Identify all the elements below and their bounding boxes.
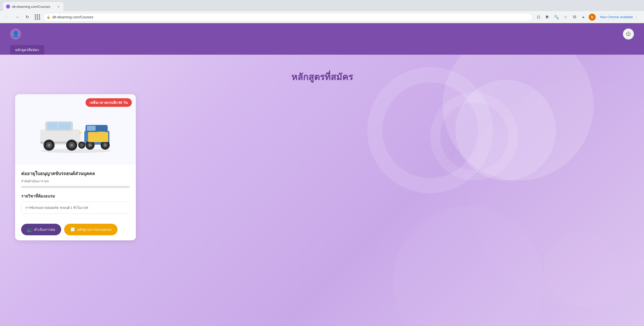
back-button[interactable]: ← bbox=[3, 13, 11, 21]
svg-point-23 bbox=[80, 143, 84, 147]
tab-favicon bbox=[6, 5, 10, 9]
user-icon: 👤 bbox=[12, 31, 19, 37]
svg-point-25 bbox=[40, 149, 111, 153]
toolbar-icons: ⊡ 🗣 🔍 ☆ M ▸ b New Chrome available ⋮ bbox=[534, 13, 641, 21]
course-progress-label: กำลังดำเนินการ 0/4 bbox=[21, 179, 130, 184]
page-title: หลักสูตรที่สมัคร bbox=[0, 70, 644, 84]
svg-rect-24 bbox=[88, 132, 108, 142]
standards-button[interactable]: 📃 หลักฐานการผ่านอบรม bbox=[64, 224, 117, 235]
address-bar[interactable]: 🔒 dlt-elearning.com/Courses bbox=[43, 13, 532, 21]
continue-label: ดำเนินการต่อ bbox=[34, 227, 55, 232]
svg-point-8 bbox=[48, 144, 50, 146]
apps-button[interactable] bbox=[33, 13, 41, 21]
svg-rect-2 bbox=[47, 122, 57, 129]
courses-grid: เหลือเวลาอบรมอีก 90 วัน bbox=[0, 94, 644, 240]
forward-button[interactable]: → bbox=[13, 13, 21, 21]
lock-icon: 🔒 bbox=[47, 15, 50, 19]
course-title: ต่ออายุใบอนุญาตขับรถยนต์ส่วนบุคคล bbox=[21, 170, 130, 177]
reload-button[interactable]: ↻ bbox=[23, 13, 31, 21]
active-tab[interactable]: dlt-elearning.com/Courses ✕ bbox=[3, 2, 63, 11]
course-card-image: เหลือเวลาอบรมอีก 90 วัน bbox=[15, 94, 136, 165]
profile-button[interactable]: b bbox=[589, 14, 596, 21]
svg-point-21 bbox=[104, 144, 106, 146]
standards-icon: 📃 bbox=[70, 227, 75, 232]
logout-button[interactable]: ⏻ bbox=[623, 28, 634, 40]
svg-rect-14 bbox=[87, 126, 96, 131]
main-content: หลักสูตรที่สมัคร เหลือเวลาอบรมอีก 90 วัน bbox=[0, 55, 644, 326]
svg-rect-5 bbox=[78, 132, 82, 134]
continue-icon: 📺 bbox=[27, 227, 32, 232]
chrome-browser-frame: dlt-elearning.com/Courses ✕ ← → ↻ 🔒 dlt-… bbox=[0, 0, 644, 23]
gmail-button[interactable]: M bbox=[571, 13, 579, 21]
chrome-tabs-bar: dlt-elearning.com/Courses ✕ bbox=[0, 0, 644, 11]
user-profile-button[interactable]: 👤 bbox=[10, 28, 21, 40]
svg-point-11 bbox=[70, 144, 73, 146]
svg-rect-3 bbox=[58, 122, 71, 129]
course-card-body: ต่ออายุใบอนุญาตขับรถยนต์ส่วนบุคคล กำลังด… bbox=[15, 165, 136, 221]
courses-tab[interactable]: หลักสูตรที่สมัคร bbox=[10, 45, 44, 55]
extensions-button[interactable]: ▸ bbox=[580, 13, 588, 21]
new-chrome-label: New Chrome available bbox=[600, 15, 633, 19]
site-header: 👤 ⏻ bbox=[0, 23, 644, 45]
power-icon: ⏻ bbox=[626, 31, 631, 37]
new-chrome-menu-icon: ⋮ bbox=[634, 15, 638, 19]
cast-button[interactable]: ⊡ bbox=[534, 13, 542, 21]
search-button[interactable]: 🔍 bbox=[552, 13, 560, 21]
new-chrome-button[interactable]: New Chrome available ⋮ bbox=[597, 14, 641, 20]
progress-bar-container bbox=[21, 186, 130, 188]
courses-tab-label: หลักสูตรที่สมัคร bbox=[15, 48, 39, 52]
standards-label: หลักฐานการผ่านอบรม bbox=[77, 227, 111, 232]
bookmark-button[interactable]: ☆ bbox=[561, 13, 570, 21]
tab-close-button[interactable]: ✕ bbox=[56, 5, 60, 9]
course-card: เหลือเวลาอบรมอีก 90 วัน bbox=[15, 94, 136, 240]
time-badge: เหลือเวลาอบรมอีก 90 วัน bbox=[86, 98, 132, 107]
translate-button[interactable]: 🗣 bbox=[543, 13, 551, 21]
subjects-label: รายวิชาที่ต้องอบรม bbox=[21, 193, 130, 199]
website-content: 👤 ⏻ หลักสูตรที่สมัคร หลักสูตรที่สมัคร bbox=[0, 23, 644, 326]
card-actions: 📺 ดำเนินการต่อ 📃 หลักฐานการผ่านอบรม bbox=[15, 221, 136, 235]
tab-title: dlt-elearning.com/Courses bbox=[12, 5, 54, 9]
svg-point-18 bbox=[89, 144, 91, 146]
chrome-toolbar: ← → ↻ 🔒 dlt-elearning.com/Courses ⊡ 🗣 🔍 … bbox=[0, 11, 644, 23]
vehicle-illustration bbox=[35, 104, 116, 155]
continue-button[interactable]: 📺 ดำเนินการต่อ bbox=[21, 224, 61, 235]
page-title-area: หลักสูตรที่สมัคร bbox=[0, 55, 644, 94]
url-text: dlt-elearning.com/Courses bbox=[52, 15, 529, 19]
nav-tab-bar: หลักสูตรที่สมัคร bbox=[0, 45, 644, 55]
subject-item: การขับรถอย่างปลอดภัย รถยนต์ 1 ชั่วโมง 0/… bbox=[21, 202, 130, 214]
